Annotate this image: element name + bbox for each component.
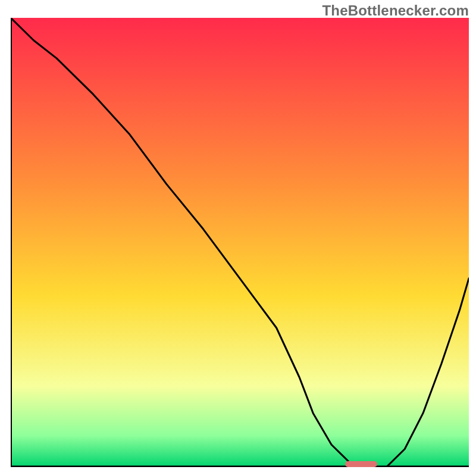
watermark-text: TheBottlenecker.com: [322, 2, 469, 19]
chart-container: TheBottlenecker.com: [0, 0, 476, 476]
bottleneck-curve: [11, 18, 469, 467]
plot-area: [11, 18, 469, 467]
optimal-range-marker: [345, 461, 377, 467]
